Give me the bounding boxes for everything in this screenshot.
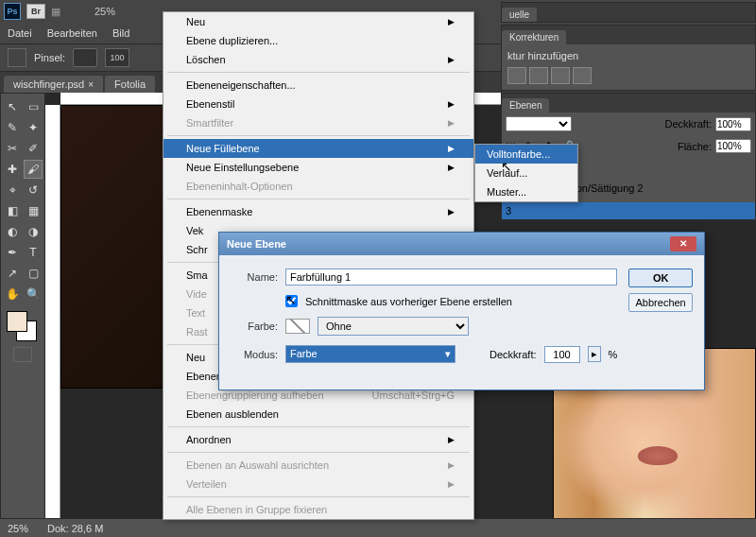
clip-label: Schnittmaske aus vorheriger Ebene erstel… xyxy=(305,296,512,307)
dodge-tool[interactable]: ◑ xyxy=(24,222,43,241)
zoom-display[interactable]: 25% xyxy=(94,6,115,17)
ruler-vertical xyxy=(45,105,60,537)
photoshop-icon: Ps xyxy=(4,3,21,20)
dialog-titlebar[interactable]: Neue Ebene ✕ xyxy=(219,233,704,255)
brush-size[interactable]: 100 xyxy=(105,48,129,67)
layer-row-selected[interactable]: 3 xyxy=(502,202,755,219)
deck-label: Deckkraft: xyxy=(490,349,537,360)
fill-input[interactable] xyxy=(715,139,751,153)
clone-source-panel: uelle xyxy=(501,2,756,23)
gradient-tool[interactable]: ▦ xyxy=(24,201,43,220)
type-tool[interactable]: T xyxy=(24,243,43,262)
farbe-swatch[interactable] xyxy=(285,319,310,334)
menu-anordnen[interactable]: Anordnen▶ xyxy=(163,430,473,449)
dialog-title: Neue Ebene xyxy=(227,238,286,250)
clip-checkbox[interactable] xyxy=(285,295,298,307)
quick-mask-toggle[interactable] xyxy=(13,347,32,362)
blur-tool[interactable]: ◐ xyxy=(3,222,22,241)
new-layer-dialog: Neue Ebene ✕ Name: Schnittmaske aus vorh… xyxy=(218,232,705,390)
bridge-icon[interactable]: Br xyxy=(26,4,45,19)
hand-tool[interactable]: ✋ xyxy=(3,285,22,303)
wand-tool[interactable]: ✦ xyxy=(24,118,43,137)
name-input[interactable] xyxy=(285,268,617,286)
submenu-verlauf[interactable]: Verlauf... xyxy=(475,164,577,182)
tool-icon-smudge xyxy=(8,48,26,67)
submenu-muster[interactable]: Muster... xyxy=(475,182,577,201)
menu-neu[interactable]: Neu▶ xyxy=(163,12,473,31)
status-docinfo[interactable]: Dok: 28,6 M xyxy=(47,523,103,534)
exposure-icon[interactable] xyxy=(573,67,592,84)
crop-tool[interactable]: ✂ xyxy=(3,139,22,158)
shape-tool[interactable]: ▢ xyxy=(24,264,43,283)
menu-ausblenden[interactable]: Ebenen ausblenden xyxy=(163,405,473,424)
menu-image[interactable]: Bild xyxy=(112,27,129,39)
menu-edit[interactable]: Bearbeiten xyxy=(47,27,97,39)
menu-maske[interactable]: Ebenenmaske▶ xyxy=(163,202,473,221)
deck-input[interactable] xyxy=(544,346,580,363)
view-grid-icon[interactable]: ▦ xyxy=(51,6,60,18)
cancel-button[interactable]: Abbrechen xyxy=(628,293,693,312)
modus-label: Modus: xyxy=(231,349,278,360)
modus-select[interactable]: Farbe▾ xyxy=(285,345,455,363)
heal-tool[interactable]: ✚ xyxy=(3,160,22,179)
menu-stil[interactable]: Ebenenstil▶ xyxy=(163,95,473,113)
ok-button[interactable]: OK xyxy=(628,268,693,287)
opacity-label: Deckkraft: xyxy=(664,118,712,130)
curves-icon[interactable] xyxy=(551,67,570,84)
close-icon[interactable]: × xyxy=(88,79,94,90)
adjustments-panel: Korrekturen ktur hinzufügen xyxy=(501,25,756,91)
brightness-icon[interactable] xyxy=(507,67,526,84)
brush-label: Pinsel: xyxy=(34,52,65,63)
status-zoom[interactable]: 25% xyxy=(8,523,28,534)
tab-adjustments[interactable]: Korrekturen xyxy=(502,30,566,44)
opacity-input[interactable] xyxy=(715,117,751,131)
move-tool[interactable]: ↖ xyxy=(3,97,22,116)
menu-smartfilter: Smartfilter▶ xyxy=(163,113,473,132)
menu-eigenschaften[interactable]: Ebeneneigenschaften... xyxy=(163,76,473,95)
fg-color-swatch[interactable] xyxy=(7,311,27,332)
tab-clone-source[interactable]: uelle xyxy=(502,8,537,22)
marquee-tool[interactable]: ▭ xyxy=(24,97,43,116)
adj-hint: ktur hinzufügen xyxy=(507,50,749,61)
status-bar: 25% Dok: 28,6 M xyxy=(0,518,756,537)
doc-tab-1[interactable]: wischfinger.psd× xyxy=(4,76,103,93)
brush-preview[interactable] xyxy=(73,48,97,67)
brush-tool[interactable]: 🖌 xyxy=(24,160,43,179)
submenu-vollton[interactable]: Volltonfarbe... xyxy=(475,145,577,164)
menu-fixieren: Alle Ebenen in Gruppe fixieren xyxy=(163,500,473,519)
path-tool[interactable]: ↗ xyxy=(3,264,22,283)
fill-layer-submenu: Volltonfarbe... Verlauf... Muster... xyxy=(474,144,578,202)
menu-ausrichten: Ebenen an Auswahl ausrichten▶ xyxy=(163,456,473,475)
levels-icon[interactable] xyxy=(529,67,548,84)
stamp-tool[interactable]: ⌖ xyxy=(3,181,22,199)
eyedropper-tool[interactable]: ✐ xyxy=(24,139,43,158)
menu-einstellungsebene[interactable]: Neue Einstellungsebene▶ xyxy=(163,158,473,177)
blend-mode-select[interactable] xyxy=(506,116,572,131)
tab-layers[interactable]: Ebenen xyxy=(502,98,549,113)
close-icon[interactable]: ✕ xyxy=(670,236,696,251)
fill-label: Fläche: xyxy=(678,141,712,152)
menu-file[interactable]: Datei xyxy=(8,27,32,39)
menu-loeschen[interactable]: Löschen▶ xyxy=(163,50,473,69)
zoom-tool[interactable]: 🔍 xyxy=(24,285,43,303)
name-label: Name: xyxy=(231,271,278,283)
eraser-tool[interactable]: ◧ xyxy=(3,201,22,220)
farbe-select[interactable]: Ohne xyxy=(318,317,469,336)
color-swatches[interactable] xyxy=(3,311,43,341)
toolbox: ↖▭ ✎✦ ✂✐ ✚🖌 ⌖↺ ◧▦ ◐◑ ✒T ↗▢ ✋🔍 xyxy=(0,93,45,537)
menu-duplizieren[interactable]: Ebene duplizieren... xyxy=(163,31,473,50)
lasso-tool[interactable]: ✎ xyxy=(3,118,22,137)
menu-verteilen: Verteilen▶ xyxy=(163,475,473,494)
deck-arrow-icon[interactable]: ▸ xyxy=(588,346,601,362)
farbe-label: Farbe: xyxy=(231,320,278,332)
menu-inhaltopt: Ebeneninhalt-Optionen xyxy=(163,177,473,196)
menu-fuellebene[interactable]: Neue Füllebene▶ xyxy=(163,139,473,158)
doc-tab-2[interactable]: Fotolia xyxy=(105,76,155,93)
history-brush-tool[interactable]: ↺ xyxy=(24,181,43,199)
percent-label: % xyxy=(609,349,618,360)
pen-tool[interactable]: ✒ xyxy=(3,243,22,262)
document-image[interactable] xyxy=(60,105,174,389)
